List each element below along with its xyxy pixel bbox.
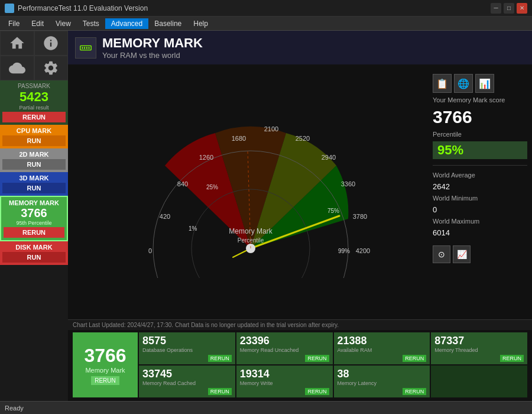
status-bar: Ready bbox=[0, 401, 532, 414]
passmark-sub: Partial result bbox=[2, 105, 66, 111]
avail-ram-rerun-button[interactable]: RERUN bbox=[403, 355, 426, 362]
main-rerun-button[interactable]: RERUN bbox=[91, 376, 119, 385]
mem-read-cached-label: Memory Read Cached bbox=[142, 380, 232, 387]
main-score-label: Memory Mark bbox=[85, 367, 125, 374]
svg-text:4200: 4200 bbox=[355, 247, 369, 254]
app-icon bbox=[5, 4, 14, 13]
menu-file[interactable]: File bbox=[2, 18, 25, 29]
menu-view[interactable]: View bbox=[50, 18, 77, 29]
sub-score-mem-threaded: 87337 Memory Threaded RERUN bbox=[431, 332, 527, 364]
chart-notice: Chart Last Updated: 2024/4/27, 17:30. Ch… bbox=[68, 319, 532, 330]
sub-score-mem-latency: 38 Memory Latency RERUN bbox=[334, 366, 430, 397]
home-icon[interactable] bbox=[0, 31, 34, 56]
stats-divider bbox=[433, 165, 527, 166]
copy-icon-button[interactable]: 📋 bbox=[433, 74, 452, 93]
svg-text:2100: 2100 bbox=[264, 125, 278, 132]
svg-text:0: 0 bbox=[148, 247, 151, 254]
world-max-value: 6014 bbox=[433, 228, 527, 237]
passmark-label: PASSMARK bbox=[2, 83, 66, 89]
main-layout: PASSMARK 5423 Partial result RERUN CPU M… bbox=[0, 31, 532, 401]
world-avg-label: World Average bbox=[433, 172, 527, 179]
db-ops-label: Database Operations bbox=[142, 347, 232, 354]
svg-text:3360: 3360 bbox=[340, 180, 355, 187]
svg-text:2520: 2520 bbox=[295, 135, 309, 142]
disk-section: DISK MARK RUN bbox=[0, 241, 68, 265]
cloud-icon[interactable] bbox=[0, 56, 34, 80]
main-score-card: 3766 Memory Mark RERUN bbox=[73, 332, 138, 397]
mem-read-cached-value: 33745 bbox=[142, 368, 232, 380]
svg-rect-2 bbox=[84, 47, 85, 49]
score-label: Your Memory Mark score bbox=[433, 96, 527, 104]
passmark-rerun-button[interactable]: RERUN bbox=[2, 112, 66, 122]
window-controls[interactable]: ─ □ ✕ bbox=[491, 3, 527, 14]
cpu-section: CPU MARK RUN bbox=[0, 125, 68, 148]
close-button[interactable]: ✕ bbox=[517, 3, 527, 14]
main-score-value: 3766 bbox=[84, 345, 126, 367]
twod-label: 2D MARK bbox=[2, 151, 66, 158]
scores-grid: 3766 Memory Mark RERUN 8575 Database Ope… bbox=[68, 330, 532, 401]
stats-icon-row: 📋 🌐 📊 bbox=[433, 74, 527, 93]
db-ops-rerun-button[interactable]: RERUN bbox=[208, 355, 232, 362]
world-max-label: World Maximum bbox=[433, 218, 527, 225]
sub-score-avail-ram: 21388 Available RAM RERUN bbox=[334, 332, 430, 364]
mem-read-uncached-label: Memory Read Uncached bbox=[240, 347, 329, 354]
speedometer-svg: 0 420 840 1260 1680 2100 2520 2940 bbox=[115, 106, 387, 278]
mem-latency-label: Memory Latency bbox=[338, 380, 427, 387]
mem-latency-rerun-button[interactable]: RERUN bbox=[403, 388, 426, 395]
mem-threaded-rerun-button[interactable]: RERUN bbox=[500, 355, 524, 362]
mem-threaded-label: Memory Threaded bbox=[434, 347, 524, 354]
mem-read-cached-rerun-button[interactable]: RERUN bbox=[208, 388, 232, 395]
world-min-label: World Minimum bbox=[433, 195, 527, 202]
globe-icon-button[interactable]: 🌐 bbox=[454, 74, 473, 93]
svg-text:Percentile: Percentile bbox=[237, 237, 264, 244]
gauge-section: 0 420 840 1260 1680 2100 2520 2940 bbox=[68, 64, 532, 319]
mem-read-uncached-rerun-button[interactable]: RERUN bbox=[305, 355, 329, 362]
avail-ram-label: Available RAM bbox=[338, 347, 427, 354]
ram-icon[interactable] bbox=[75, 37, 96, 59]
settings-icon[interactable] bbox=[34, 56, 69, 80]
passmark-section: PASSMARK 5423 Partial result RERUN bbox=[0, 80, 68, 125]
svg-text:3780: 3780 bbox=[352, 213, 366, 220]
chart-icon-button[interactable]: 📊 bbox=[475, 74, 494, 93]
memory-mark-score: 3766 bbox=[433, 107, 527, 127]
memory-score-small: 3766 bbox=[4, 206, 64, 220]
maximize-button[interactable]: □ bbox=[504, 3, 514, 14]
svg-text:840: 840 bbox=[177, 180, 187, 187]
threed-run-button[interactable]: RUN bbox=[2, 183, 66, 193]
memory-rerun-button[interactable]: RERUN bbox=[4, 227, 64, 238]
svg-rect-0 bbox=[80, 46, 91, 50]
menu-advanced[interactable]: Advanced bbox=[105, 18, 148, 29]
mem-read-uncached-value: 23396 bbox=[240, 335, 329, 347]
svg-text:99%: 99% bbox=[338, 248, 350, 254]
mem-write-rerun-button[interactable]: RERUN bbox=[305, 388, 329, 395]
menu-baseline[interactable]: Baseline bbox=[148, 18, 187, 29]
gauge-container: 0 420 840 1260 1680 2100 2520 2940 bbox=[73, 69, 428, 315]
sub-score-mem-write: 19314 Memory Write RERUN bbox=[236, 366, 333, 397]
minimize-button[interactable]: ─ bbox=[491, 3, 501, 14]
svg-text:2940: 2940 bbox=[321, 154, 335, 161]
cpu-label: CPU MARK bbox=[2, 127, 66, 134]
svg-text:420: 420 bbox=[159, 213, 170, 220]
page-title: MEMORY MARK bbox=[102, 35, 525, 51]
sidebar-icon-row-2 bbox=[0, 56, 68, 80]
mem-write-label: Memory Write bbox=[240, 380, 329, 387]
menu-edit[interactable]: Edit bbox=[25, 18, 50, 29]
menu-help[interactable]: Help bbox=[187, 18, 214, 29]
gauge-icon-button[interactable]: ⊙ bbox=[433, 245, 450, 263]
disk-run-button[interactable]: RUN bbox=[2, 252, 66, 263]
sub-score-mem-read-cached: 33745 Memory Read Cached RERUN bbox=[139, 366, 235, 397]
sub-score-db-ops: 8575 Database Operations RERUN bbox=[139, 332, 235, 364]
menu-tests[interactable]: Tests bbox=[77, 18, 105, 29]
cpu-run-button[interactable]: RUN bbox=[2, 135, 66, 146]
title-bar: PerformanceTest 11.0 Evaluation Version … bbox=[0, 0, 532, 17]
line-chart-icon-button[interactable]: 📈 bbox=[453, 245, 471, 263]
svg-text:Memory Mark: Memory Mark bbox=[229, 227, 273, 235]
info-icon[interactable] bbox=[34, 31, 69, 56]
svg-text:1680: 1680 bbox=[231, 135, 245, 142]
header-icons bbox=[75, 37, 96, 59]
twod-section: 2D MARK RUN bbox=[0, 148, 68, 172]
world-min-value: 0 bbox=[433, 205, 527, 214]
sidebar: PASSMARK 5423 Partial result RERUN CPU M… bbox=[0, 31, 68, 401]
twod-run-button[interactable]: RUN bbox=[2, 159, 66, 170]
percentile-label: Percentile bbox=[433, 131, 527, 138]
